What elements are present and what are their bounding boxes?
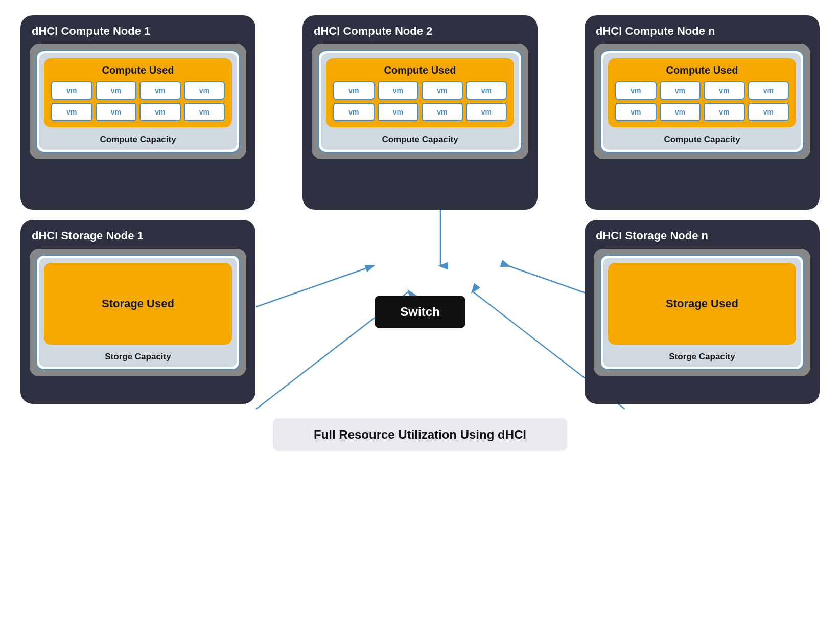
storage-node-n-capacity-label: Storge Capacity bbox=[669, 352, 735, 362]
compute-node-1-mid: Compute Used vm vm vm vm vm vm vm vm bbox=[30, 44, 246, 159]
compute-node-2-vm-grid: vm vm vm vm vm vm vm vm bbox=[333, 81, 507, 121]
compute-node-n-title: dHCI Compute Node n bbox=[594, 25, 810, 38]
vm-box: vm bbox=[615, 81, 657, 100]
compute-node-n-inner-wrapper: Compute Used vm vm vm vm vm vm vm vm bbox=[600, 50, 804, 153]
compute-node-1-used-area: Compute Used vm vm vm vm vm vm vm vm bbox=[44, 58, 232, 127]
storage-node-1-mid: Storage Used Storge Capacity bbox=[30, 249, 246, 376]
compute-node-1: dHCI Compute Node 1 Compute Used vm vm v… bbox=[20, 15, 255, 210]
compute-node-2: dHCI Compute Node 2 Compute Used vm vm v… bbox=[302, 15, 538, 210]
vm-box: vm bbox=[422, 103, 463, 121]
compute-node-2-inner-wrapper: Compute Used vm vm vm vm vm vm vm vm bbox=[318, 50, 522, 153]
vm-box: vm bbox=[660, 103, 701, 121]
vm-box: vm bbox=[96, 103, 137, 121]
compute-node-2-inner: Compute Used vm vm vm vm vm vm vm vm bbox=[321, 53, 519, 150]
storage-node-1: dHCI Storage Node 1 Storage Used Storge … bbox=[20, 220, 255, 404]
storage-node-1-capacity-label: Storge Capacity bbox=[105, 352, 171, 362]
vm-box: vm bbox=[184, 103, 225, 121]
compute-node-2-used-label: Compute Used bbox=[333, 64, 507, 76]
compute-node-2-used-area: Compute Used vm vm vm vm vm vm vm vm bbox=[326, 58, 514, 127]
storage-node-1-used-label: Storage Used bbox=[102, 297, 174, 310]
vm-box: vm bbox=[139, 81, 181, 100]
vm-box: vm bbox=[378, 103, 419, 121]
compute-node-1-vm-grid: vm vm vm vm vm vm vm vm bbox=[51, 81, 225, 121]
vm-box: vm bbox=[184, 81, 225, 100]
vm-box: vm bbox=[96, 81, 137, 100]
vm-box: vm bbox=[704, 103, 745, 121]
compute-node-n-used-area: Compute Used vm vm vm vm vm vm vm vm bbox=[608, 58, 796, 127]
compute-node-n-mid: Compute Used vm vm vm vm vm vm vm vm bbox=[594, 44, 810, 159]
compute-node-1-inner-wrapper: Compute Used vm vm vm vm vm vm vm vm bbox=[36, 50, 240, 153]
vm-box: vm bbox=[615, 103, 657, 121]
footer-container: Full Resource Utilization Using dHCI bbox=[273, 418, 567, 451]
vm-box: vm bbox=[422, 81, 463, 100]
compute-node-1-title: dHCI Compute Node 1 bbox=[30, 25, 246, 38]
compute-node-2-mid: Compute Used vm vm vm vm vm vm vm vm bbox=[312, 44, 528, 159]
compute-node-n-vm-grid: vm vm vm vm vm vm vm vm bbox=[615, 81, 789, 121]
top-row: dHCI Compute Node 1 Compute Used vm vm v… bbox=[20, 15, 820, 210]
vm-box: vm bbox=[466, 81, 507, 100]
compute-node-n-capacity-label: Compute Capacity bbox=[664, 134, 740, 145]
vm-box: vm bbox=[660, 81, 701, 100]
compute-node-n: dHCI Compute Node n Compute Used vm vm v… bbox=[585, 15, 820, 210]
storage-node-1-inner-wrapper: Storage Used Storge Capacity bbox=[36, 255, 240, 370]
storage-node-n-inner: Storage Used Storge Capacity bbox=[603, 258, 801, 367]
storage-node-n: dHCI Storage Node n Storage Used Storge … bbox=[585, 220, 820, 404]
vm-box: vm bbox=[748, 103, 789, 121]
storage-node-n-mid: Storage Used Storge Capacity bbox=[594, 249, 810, 376]
storage-node-1-title: dHCI Storage Node 1 bbox=[30, 229, 246, 242]
vm-box: vm bbox=[51, 103, 92, 121]
storage-node-1-used-area: Storage Used bbox=[44, 263, 232, 345]
compute-node-2-capacity-label: Compute Capacity bbox=[382, 134, 458, 145]
storage-node-n-used-label: Storage Used bbox=[666, 297, 738, 310]
main-container: dHCI Compute Node 1 Compute Used vm vm v… bbox=[0, 0, 840, 632]
vm-box: vm bbox=[704, 81, 745, 100]
vm-box: vm bbox=[51, 81, 92, 100]
center-area: Switch bbox=[266, 220, 574, 404]
vm-box: vm bbox=[139, 103, 181, 121]
switch-box: Switch bbox=[375, 296, 465, 328]
footer-label: Full Resource Utilization Using dHCI bbox=[314, 427, 526, 442]
compute-node-1-used-label: Compute Used bbox=[51, 64, 225, 76]
compute-node-n-used-label: Compute Used bbox=[615, 64, 789, 76]
vm-box: vm bbox=[378, 81, 419, 100]
storage-node-n-title: dHCI Storage Node n bbox=[594, 229, 810, 242]
compute-node-1-inner: Compute Used vm vm vm vm vm vm vm vm bbox=[39, 53, 237, 150]
storage-node-1-inner: Storage Used Storge Capacity bbox=[39, 258, 237, 367]
vm-box: vm bbox=[333, 81, 375, 100]
compute-node-2-title: dHCI Compute Node 2 bbox=[312, 25, 528, 38]
vm-box: vm bbox=[748, 81, 789, 100]
bottom-row: dHCI Storage Node 1 Storage Used Storge … bbox=[20, 220, 820, 404]
compute-node-1-capacity-label: Compute Capacity bbox=[100, 134, 176, 145]
vm-box: vm bbox=[466, 103, 507, 121]
storage-node-n-inner-wrapper: Storage Used Storge Capacity bbox=[600, 255, 804, 370]
switch-label: Switch bbox=[400, 305, 439, 319]
vm-box: vm bbox=[333, 103, 375, 121]
compute-node-n-inner: Compute Used vm vm vm vm vm vm vm vm bbox=[603, 53, 801, 150]
storage-node-n-used-area: Storage Used bbox=[608, 263, 796, 345]
